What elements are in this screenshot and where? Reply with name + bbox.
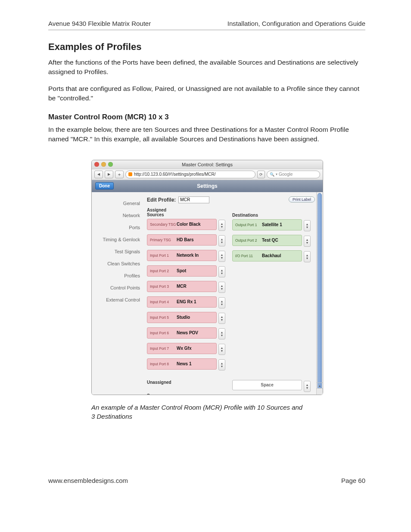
port-value: Color Black bbox=[177, 222, 201, 227]
reorder-spinner[interactable]: ▲▼ bbox=[218, 282, 225, 293]
page-title: Examples of Profiles bbox=[48, 41, 365, 53]
reorder-spinner[interactable]: ▲▼ bbox=[304, 251, 311, 262]
figure-caption: An example of a Master Control Room (MCR… bbox=[91, 403, 307, 421]
sidebar-item[interactable]: Ports bbox=[92, 221, 144, 233]
magnifier-icon: 🔍 bbox=[270, 172, 274, 177]
titlebar: Master Control: Settings bbox=[92, 160, 323, 169]
port-value: MCR bbox=[177, 284, 187, 289]
settings-header: Done Settings bbox=[92, 180, 323, 193]
source-item[interactable]: Input Port 1Network In bbox=[147, 250, 217, 261]
port-value: Backhaul bbox=[262, 253, 281, 258]
reorder-spinner[interactable]: ▲▼ bbox=[218, 220, 225, 231]
done-button[interactable]: Done bbox=[95, 182, 114, 190]
forward-button[interactable]: ▶ bbox=[105, 171, 113, 178]
port-label: Primary TSG bbox=[150, 238, 177, 242]
url-text: http://10.123.0.60/#!/settings/profiles/… bbox=[134, 172, 216, 177]
port-label: Input Port 8 bbox=[150, 362, 177, 366]
space-item[interactable]: Space bbox=[232, 380, 302, 390]
header-left: Avenue 9430 Flexible Matrix Router bbox=[48, 20, 151, 27]
port-label: Output Port 1 bbox=[235, 223, 262, 227]
reorder-spinner[interactable]: ▲▼ bbox=[218, 266, 225, 277]
footer-page: Page 60 bbox=[341, 477, 365, 484]
reorder-spinner[interactable]: ▲▼ bbox=[304, 381, 311, 392]
reorder-spinner[interactable]: ▲▼ bbox=[304, 236, 311, 247]
port-value: Studio bbox=[177, 315, 190, 320]
reorder-spinner[interactable]: ▲▼ bbox=[304, 220, 311, 231]
sidebar-item[interactable]: Control Points bbox=[92, 282, 144, 294]
sidebar-item[interactable]: General bbox=[92, 197, 144, 209]
reorder-spinner[interactable]: ▲▼ bbox=[218, 235, 225, 246]
screenshot-window: Master Control: Settings ◀ ▶ + http://10… bbox=[91, 160, 323, 395]
profile-name-input[interactable] bbox=[178, 196, 209, 203]
port-value: ENG Rx 1 bbox=[177, 299, 196, 304]
resize-corner[interactable] bbox=[316, 388, 323, 395]
back-button[interactable]: ◀ bbox=[94, 171, 103, 178]
source-item[interactable]: Primary TSGHD Bars bbox=[147, 234, 217, 246]
port-label: Input Port 3 bbox=[150, 284, 177, 289]
reorder-spinner[interactable]: ▲▼ bbox=[218, 313, 225, 324]
sidebar-item[interactable]: External Control bbox=[92, 294, 144, 306]
assigned-sources-head: AssignedSources bbox=[147, 208, 225, 217]
port-value: Spot bbox=[177, 268, 186, 273]
port-value: Wx Gfx bbox=[177, 346, 191, 351]
edit-profile-label: Edit Profile: bbox=[147, 197, 176, 203]
header-right: Installation, Configuration and Operatio… bbox=[227, 20, 365, 27]
add-bookmark-button[interactable]: + bbox=[115, 171, 124, 178]
paragraph: In the example below, there are ten Sour… bbox=[48, 125, 365, 144]
search-placeholder: Google bbox=[279, 172, 293, 177]
sidebar-item[interactable]: Test Signals bbox=[92, 246, 144, 258]
reload-button[interactable]: ⟳ bbox=[257, 171, 265, 178]
reorder-spinner[interactable]: ▲▼ bbox=[218, 359, 225, 370]
scroll-up-icon[interactable]: ▲ bbox=[317, 383, 323, 389]
source-item[interactable]: Input Port 5Studio bbox=[147, 312, 217, 323]
sidebar-item[interactable]: Network bbox=[92, 209, 144, 221]
url-bar[interactable]: http://10.123.0.60/#!/settings/profiles/… bbox=[125, 171, 255, 178]
sources-label: Sources bbox=[147, 393, 225, 395]
favicon-icon bbox=[128, 172, 132, 176]
subheading: Master Control Room (MCR) 10 x 3 bbox=[48, 113, 365, 121]
port-label: Input Port 2 bbox=[150, 269, 177, 273]
port-value: Test QC bbox=[262, 238, 278, 243]
port-value: News 1 bbox=[177, 361, 191, 366]
zoom-dot[interactable] bbox=[108, 162, 113, 167]
settings-sidebar: GeneralNetworkPortsTiming & GenlockTest … bbox=[92, 192, 144, 395]
close-dot[interactable] bbox=[94, 162, 99, 167]
destination-item[interactable]: Output Port 1Satellite 1 bbox=[232, 219, 302, 230]
paragraph: After the functions of the Ports have be… bbox=[48, 58, 365, 77]
reorder-spinner[interactable]: ▲▼ bbox=[218, 328, 225, 339]
port-value: Satellite 1 bbox=[262, 222, 282, 227]
port-value: HD Bars bbox=[177, 237, 193, 242]
paragraph: Ports that are configured as Follow, Pai… bbox=[48, 84, 365, 103]
settings-main: Print Label Edit Profile: AssignedSource… bbox=[144, 192, 323, 395]
port-label: Input Port 5 bbox=[150, 315, 177, 320]
destination-item[interactable]: I/O Port 11Backhaul bbox=[232, 250, 302, 261]
source-item[interactable]: Input Port 7Wx Gfx bbox=[147, 343, 217, 354]
search-input[interactable]: 🔍 ▾ Google bbox=[267, 171, 320, 178]
reorder-spinner[interactable]: ▲▼ bbox=[218, 251, 225, 262]
sidebar-item[interactable]: Clean Switches bbox=[92, 258, 144, 270]
port-value: News POV bbox=[177, 330, 198, 335]
port-label: Input Port 4 bbox=[150, 300, 177, 304]
footer-url: www.ensembledesigns.com bbox=[48, 477, 128, 484]
port-label: Output Port 2 bbox=[235, 238, 262, 243]
source-item[interactable]: Input Port 3MCR bbox=[147, 281, 217, 292]
scrollbar[interactable]: ▲ ▼ bbox=[316, 192, 323, 395]
scroll-thumb[interactable] bbox=[318, 193, 322, 390]
source-item[interactable]: Input Port 6News POV bbox=[147, 327, 217, 339]
destinations-head: Destinations bbox=[232, 213, 311, 218]
port-label: I/O Port 11 bbox=[235, 254, 262, 258]
settings-title: Settings bbox=[197, 183, 217, 189]
sidebar-item[interactable]: Timing & Genlock bbox=[92, 233, 144, 246]
source-item[interactable]: Input Port 4ENG Rx 1 bbox=[147, 296, 217, 308]
source-item[interactable]: Secondary TSGColor Black bbox=[147, 219, 217, 230]
source-item[interactable]: Input Port 2Spot bbox=[147, 265, 217, 277]
minimize-dot[interactable] bbox=[101, 162, 106, 167]
reorder-spinner[interactable]: ▲▼ bbox=[218, 297, 225, 308]
port-label: Secondary TSG bbox=[150, 222, 177, 227]
sidebar-item[interactable]: Profiles bbox=[92, 270, 144, 282]
port-label: Input Port 6 bbox=[150, 331, 177, 335]
reorder-spinner[interactable]: ▲▼ bbox=[218, 344, 225, 355]
source-item[interactable]: Input Port 8News 1 bbox=[147, 358, 217, 370]
destination-item[interactable]: Output Port 2Test QC bbox=[232, 235, 302, 246]
print-label-button[interactable]: Print Label bbox=[289, 196, 315, 202]
